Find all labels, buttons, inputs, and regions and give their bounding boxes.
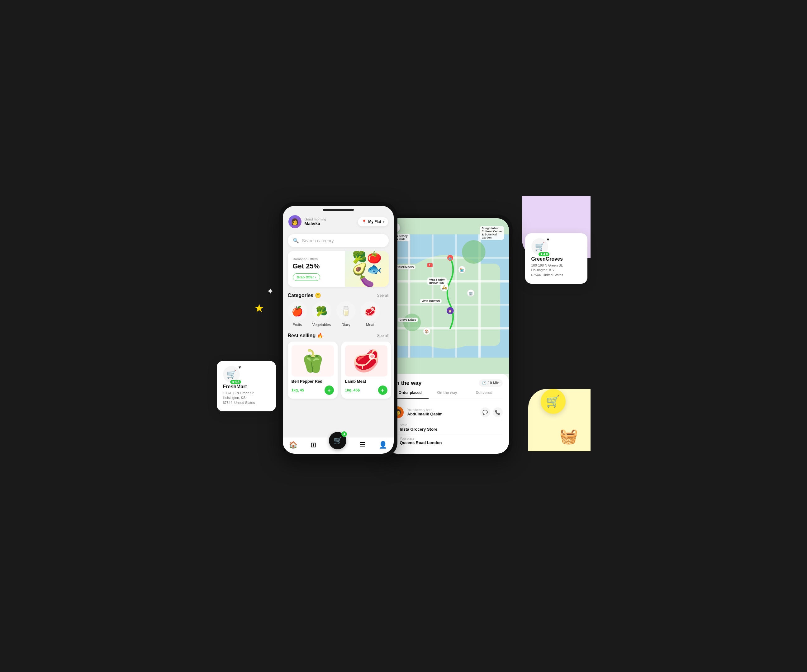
svg-text:🏠: 🏠	[448, 309, 452, 313]
lamb-meat-add-button[interactable]: +	[378, 385, 387, 395]
user-name: Malvika	[305, 221, 326, 226]
floating-basket-icon: 🛒	[541, 389, 566, 414]
fruits-label: Fruits	[293, 323, 302, 327]
store-row: Store Insta Grocery Store	[392, 421, 503, 434]
search-bar[interactable]: 🔍 Search category	[288, 234, 389, 247]
progress-steps: Order placed On the way Delivered	[392, 390, 503, 399]
search-icon: 🔍	[293, 237, 299, 244]
svg-point-12	[403, 314, 421, 331]
nav-home-button[interactable]: 🏠	[289, 441, 297, 449]
fruits-icon-wrap: 🍎	[288, 302, 307, 321]
step-delivered[interactable]: Delivered	[466, 390, 503, 398]
category-vegetables[interactable]: 🥦 Vegetables	[312, 302, 331, 327]
map-label-west-new-brighton: WEST NEWBRIGHTON	[427, 277, 447, 285]
fire-emoji: 🔥	[317, 333, 323, 338]
nav-list-button[interactable]: ☰	[359, 441, 366, 449]
call-button[interactable]: 📞	[493, 407, 503, 417]
fruits-icon: 🍎	[292, 306, 303, 317]
delivery-hero-row: 🧑 Your delivery hero Abdulmalik Qasim 💬 …	[392, 404, 503, 421]
offer-image: 🥦🍅🥑🐟🍆	[345, 251, 389, 287]
time-badge: 🕐 10 Min	[479, 379, 502, 387]
location-pill[interactable]: 📍 My Flat ▾	[358, 217, 388, 226]
bell-pepper-price: 1kg, 4$	[292, 388, 304, 392]
search-input[interactable]: Search category	[302, 238, 334, 243]
scene: ✦ ★ 🛒 ♥ ★ 4.8 FreshMart 100-198 N Green …	[217, 196, 591, 476]
svg-point-11	[462, 240, 485, 264]
main-phone-inner: 👩 Good morning Malvika 📍 My Flat ▾ 🔍 Sea…	[283, 206, 394, 454]
freshmart-rating: 4.8	[235, 380, 239, 384]
diary-label: Diary	[341, 323, 350, 327]
star-gold-icon: ★	[254, 302, 264, 315]
bell-pepper-name: Bell Pepper Red	[292, 379, 334, 384]
categories-row: 🍎 Fruits 🥦 Vegetables 🥛 Diary 🥩 Meat	[283, 302, 394, 331]
chevron-down-icon: ▾	[383, 220, 384, 224]
store-info: Store Insta Grocery Store	[400, 423, 503, 431]
avatar: 👩	[289, 215, 302, 228]
greengroves-name: GreenGroves	[531, 256, 581, 262]
offer-text-block: Ramadan Offers Get 25% Grab Offer ›	[288, 253, 345, 285]
store-sub-label: Store	[400, 423, 503, 427]
category-fruits[interactable]: 🍎 Fruits	[288, 302, 307, 327]
freshmart-heart-icon[interactable]: ♥	[238, 365, 241, 370]
greengroves-card: 🛒 ♥ ★ 4.8 GreenGroves 100-198 N Green St…	[525, 233, 588, 284]
best-selling-header: Best selling 🔥 See all	[283, 331, 394, 342]
grab-offer-button[interactable]: Grab Offer ›	[293, 274, 320, 281]
freshmart-rating-badge: ★ 4.8	[230, 380, 241, 384]
lamb-meat-image: 🥩	[345, 345, 387, 377]
svg-text:🏪: 🏪	[448, 256, 452, 260]
chat-button[interactable]: 💬	[480, 407, 490, 417]
nav-grid-button[interactable]: ⊞	[311, 441, 316, 449]
meat-icon: 🥩	[364, 306, 376, 317]
product-lamb-meat: 🥩 Lamb Meat 1kg, 45$ +	[341, 342, 391, 398]
main-phone: 👩 Good morning Malvika 📍 My Flat ▾ 🔍 Sea…	[279, 202, 397, 458]
nav-profile-button[interactable]: 👤	[379, 441, 387, 449]
your-place-sub-label: Your place	[400, 437, 503, 440]
grab-offer-label: Grab Offer	[297, 275, 314, 279]
step-on-the-way[interactable]: On the way	[428, 390, 466, 398]
svg-text:🏠: 🏠	[425, 329, 429, 334]
svg-text:🏪: 🏪	[460, 267, 464, 272]
diary-icon: 🥛	[340, 306, 352, 317]
ontheway-header: On the way 🕐 10 Min	[392, 379, 503, 387]
ontheway-panel: On the way 🕐 10 Min Order placed On the …	[385, 374, 509, 454]
your-place-info: Your place Queens Road London	[400, 437, 503, 445]
vegetables-icon-wrap: 🥦	[312, 302, 331, 321]
food-emoji-display: 🥦🍅🥑🐟🍆	[352, 251, 382, 287]
product-bell-pepper: 🫑 Bell Pepper Red 1kg, 4$ +	[288, 342, 338, 398]
svg-text:🛵: 🛵	[442, 285, 447, 290]
offer-label: Ramadan Offers	[293, 257, 340, 261]
freshmart-basket-icon: 🛒 ♥ ★ 4.8	[223, 366, 240, 383]
star-icon: ★	[232, 380, 234, 384]
best-selling-see-all[interactable]: See all	[377, 334, 389, 338]
greengroves-basket-emoji: 🛒	[535, 242, 545, 252]
greengroves-heart-icon[interactable]: ♥	[546, 237, 549, 242]
category-diary[interactable]: 🥛 Diary	[336, 302, 356, 327]
star-white-icon: ✦	[267, 286, 274, 297]
svg-text:⛽: ⛽	[428, 264, 432, 267]
offer-banner: Ramadan Offers Get 25% Grab Offer › 🥦🍅🥑🐟…	[288, 251, 389, 287]
category-meat[interactable]: 🥩 Meat	[361, 302, 380, 327]
lamb-meat-footer: 1kg, 45$ +	[345, 385, 387, 395]
time-icon: 🕐	[482, 381, 487, 385]
categories-emoji: 🙃	[315, 293, 321, 298]
nav-cart-button[interactable]: 🛒 4	[329, 432, 346, 450]
cart-badge: 4	[341, 431, 347, 437]
offer-headline: Get 25%	[293, 262, 340, 270]
time-label: 10 Min	[488, 381, 499, 385]
diary-icon-wrap: 🥛	[336, 302, 356, 321]
freshmart-card: 🛒 ♥ ★ 4.8 FreshMart 100-198 N Green St,H…	[217, 361, 276, 411]
greeting-label: Good morning	[305, 217, 326, 221]
categories-see-all[interactable]: See all	[377, 293, 389, 298]
map-label-snug: Snug HarborCultural Center& BotanicalGar…	[480, 226, 504, 240]
categories-title: Categories 🙃	[288, 292, 321, 298]
greengroves-rating: 4.8	[543, 252, 548, 256]
location-icon: 📍	[362, 219, 367, 224]
freshmart-address: 100-198 N Green St,Hoisington, KS67544, …	[223, 391, 270, 405]
store-name: Insta Grocery Store	[400, 427, 503, 431]
bell-pepper-add-button[interactable]: +	[325, 385, 334, 395]
delivery-hero-info: Your delivery hero Abdulmalik Qasim	[407, 408, 477, 416]
location-label: My Flat	[368, 219, 381, 224]
map-label-clove-lakes: Clove Lakes	[398, 318, 418, 322]
grab-offer-arrow: ›	[315, 275, 316, 279]
greengroves-basket-icon: 🛒 ♥ ★ 4.8	[531, 238, 548, 255]
